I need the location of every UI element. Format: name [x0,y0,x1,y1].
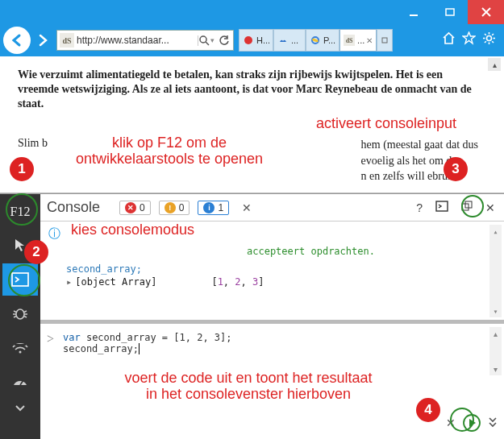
svg-line-14 [485,34,486,35]
search-button[interactable]: ▾ [198,35,215,46]
svg-line-17 [485,41,486,43]
devtools-more-button[interactable] [2,399,38,418]
info-count-badge[interactable]: i1 [198,201,229,215]
svg-rect-8 [382,38,387,43]
star-icon [462,31,476,45]
annotation-badge-4: 4 [416,398,440,422]
bug-icon [11,304,29,322]
scroll-down-icon[interactable]: ▾ [489,362,502,375]
error-count: 0 [140,202,145,213]
browser-tab[interactable]: P... [306,29,339,52]
prompt-icon: > [47,332,54,346]
article-fragment-left: Slim b [18,137,48,150]
browser-tabs: H... ... P... dS ... ✕ [239,29,435,52]
devtools-close-button[interactable]: ✕ [483,201,498,214]
navbar-right-icons [437,31,501,49]
console-output[interactable]: ⓘ accepteert opdrachten. second_array; ▸… [40,222,504,320]
back-button[interactable] [3,27,31,54]
svg-point-9 [487,36,492,41]
gauge-icon [11,373,29,389]
browser-tab[interactable]: H... [239,29,273,52]
refresh-icon [219,35,230,46]
chevrons-down-icon [488,416,498,428]
console-scrollbar[interactable]: ▴ ▾ [489,225,502,317]
tab-label: P... [323,35,335,45]
error-icon: ✕ [125,202,136,213]
console-input-toggle[interactable] [433,201,451,214]
svg-line-16 [492,34,494,35]
console-result-row[interactable]: ▸ [object Array] [1, 2, 3] [66,276,264,288]
page-scroll-up[interactable]: ▴ [488,58,501,71]
home-button[interactable] [442,31,456,49]
new-tab-button[interactable] [377,29,393,52]
highlight-ring-2 [8,264,40,296]
devtools-ui-responsiveness-button[interactable] [2,365,38,397]
input-scrollbar[interactable]: ▴ ▾ [489,327,502,375]
maximize-icon [445,7,455,17]
highlight-ring-1 [6,193,38,226]
refresh-button[interactable] [215,35,233,46]
tab-label: ... [357,35,364,45]
console-input-icon [435,201,448,212]
tab-icon [310,35,321,46]
tools-button[interactable] [482,31,496,49]
gear-icon [482,31,496,45]
favorites-button[interactable] [462,31,476,49]
annotation-badge-3: 3 [444,157,468,181]
window-close-button[interactable] [468,0,504,24]
url-input[interactable] [77,31,198,50]
tab-icon: dS [344,35,355,46]
scroll-down-icon[interactable]: ▾ [489,304,502,317]
svg-line-5 [206,42,209,45]
forward-button[interactable] [32,27,55,54]
svg-point-19 [16,309,24,319]
scroll-up-icon[interactable]: ▴ [489,225,502,238]
tab-icon [243,35,254,46]
highlight-ring-4 [450,408,474,432]
tab-label: ... [291,35,298,45]
console-input-area[interactable]: > var second_array = [1, 2, 3]; second_a… [40,320,504,439]
expand-arrow-icon[interactable]: ▸ [66,276,72,288]
devtools-network-button[interactable] [2,331,38,363]
close-icon [481,7,491,17]
browser-tab[interactable]: ... [273,29,306,52]
minimize-icon [409,7,419,17]
expand-input-button[interactable] [488,416,498,430]
warning-icon: ! [165,202,176,213]
window-minimize-button[interactable] [395,0,431,24]
tab-label: H... [256,35,269,45]
wifi-icon [11,339,29,355]
help-button[interactable]: ? [414,201,425,214]
annotation-badge-1: 1 [10,157,34,181]
chevron-down-icon [15,404,26,413]
search-icon [199,35,210,46]
article-lead: Wie verzuimt alimentatiegeld te betalen,… [18,68,486,111]
tab-close-icon[interactable]: ✕ [366,36,373,45]
browser-tab-active[interactable]: dS ... ✕ [339,29,377,52]
svg-line-15 [492,41,494,43]
warning-count-badge[interactable]: !0 [159,201,190,215]
svg-point-4 [200,36,206,43]
error-count-badge[interactable]: ✕0 [119,201,151,215]
svg-point-26 [19,351,22,354]
info-icon: i [203,202,215,213]
info-count: 1 [218,202,223,213]
devtools-sidebar: F12 [0,194,40,439]
console-input-code[interactable]: var second_array = [1, 2, 3]; second_arr… [63,332,232,354]
scroll-up-icon[interactable]: ▴ [489,327,502,340]
clear-filters-button[interactable]: ✕ [242,201,252,214]
object-label: [object Array] [75,276,156,288]
console-line: second_array; [66,263,142,275]
window-maximize-button[interactable] [431,0,468,24]
console-toolbar: Console ✕0 !0 i1 ✕ ? ✕ [40,194,504,222]
console-status-text: accepteert opdrachten. [247,246,375,257]
new-tab-icon [381,36,389,44]
window-titlebar [0,0,504,24]
address-bar[interactable]: dS ▾ [56,30,234,51]
svg-rect-1 [446,9,454,15]
browser-navbar: dS ▾ H... ... P... dS ... ✕ [0,24,504,56]
warning-count: 0 [179,202,185,213]
info-glyph-icon: ⓘ [48,226,60,242]
devtools-debugger-button[interactable] [2,297,38,329]
svg-rect-27 [15,344,26,346]
